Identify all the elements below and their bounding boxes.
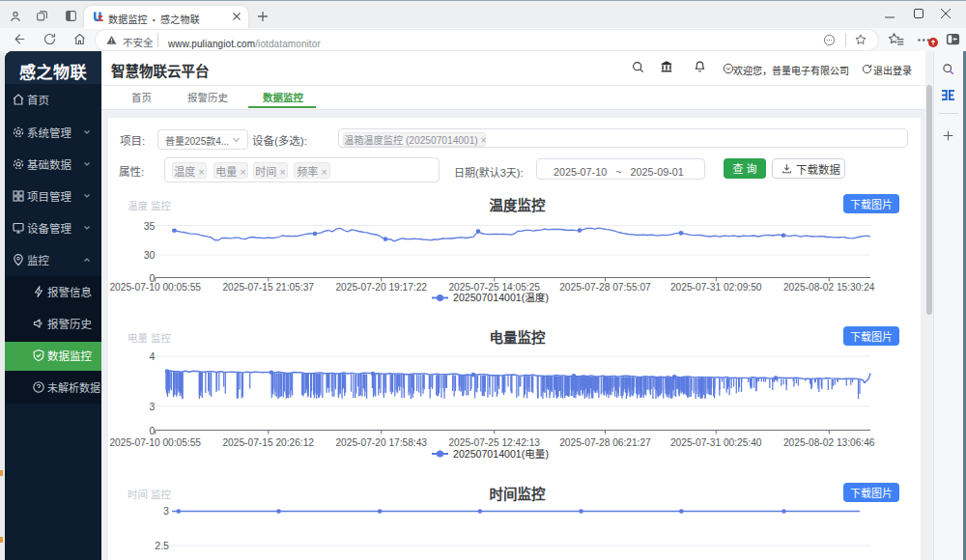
svg-text:2025-08-02 13:06:46: 2025-08-02 13:06:46 [783,434,875,449]
svg-text:2025-07-28 07:55:07: 2025-07-28 07:55:07 [559,279,651,294]
svg-text:2025-07-20 17:58:43: 2025-07-20 17:58:43 [335,434,427,449]
svg-text:2025-07-31 00:25:40: 2025-07-31 00:25:40 [670,434,762,449]
svg-text:2.5: 2.5 [155,538,169,552]
svg-text:3: 3 [150,399,156,413]
svg-text:2025-07-15 20:26:12: 2025-07-15 20:26:12 [222,434,314,449]
svg-text:2025-07-15 21:05:37: 2025-07-15 21:05:37 [222,279,314,294]
svg-text:2025-07-10 00:05:55: 2025-07-10 00:05:55 [109,434,201,449]
svg-text:202507014001(温度): 202507014001(温度) [453,290,549,304]
svg-text:2025-07-28 06:21:27: 2025-07-28 06:21:27 [559,434,651,449]
svg-text:30: 30 [144,247,156,262]
svg-text:4: 4 [150,349,156,363]
svg-text:2025-07-31 02:09:50: 2025-07-31 02:09:50 [670,279,762,294]
svg-text:2025-07-10 00:05:55: 2025-07-10 00:05:55 [109,279,201,294]
svg-text:3: 3 [163,504,169,518]
svg-text:35: 35 [144,218,156,233]
svg-text:2025-08-02 15:30:24: 2025-08-02 15:30:24 [783,279,875,294]
svg-text:202507014001(电量): 202507014001(电量) [453,446,549,461]
svg-text:2025-07-20 19:17:22: 2025-07-20 19:17:22 [335,279,427,294]
